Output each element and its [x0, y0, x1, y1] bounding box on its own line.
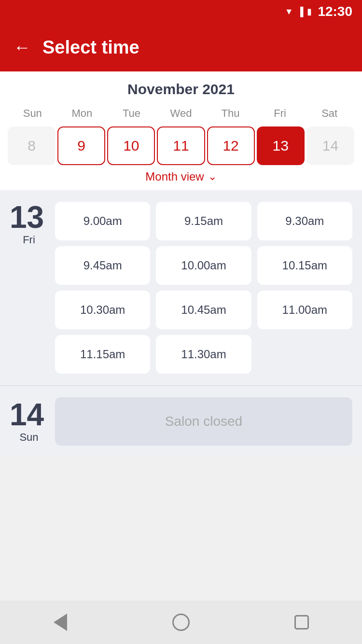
cal-day-8[interactable]: 8	[8, 126, 56, 165]
weekday-wed: Wed	[156, 105, 206, 122]
time-slot-915am[interactable]: 9.15am	[156, 202, 251, 240]
home-nav-icon	[172, 614, 190, 631]
time-slot-1130am[interactable]: 11.30am	[156, 335, 251, 374]
bottom-nav	[0, 601, 362, 644]
time-slot-1030am[interactable]: 10.30am	[55, 291, 150, 329]
time-slot-1100am[interactable]: 11.00am	[257, 291, 352, 329]
time-slot-930am[interactable]: 9.30am	[257, 202, 352, 240]
day-number-label-14: 14 Sun	[10, 399, 48, 444]
day-name-14: Sun	[10, 431, 48, 444]
page-title: Select time	[42, 37, 139, 58]
month-year-label: November 2021	[8, 81, 354, 98]
back-button[interactable]: ←	[14, 39, 31, 56]
calendar-section: November 2021 Sun Mon Tue Wed Thu Fri Sa…	[0, 71, 362, 190]
weekday-tue: Tue	[107, 105, 156, 122]
battery-icon: ▮	[307, 6, 312, 17]
app-header: ← Select time	[0, 23, 362, 71]
day-name-13: Fri	[10, 234, 48, 246]
day-section-14: 14 Sun Salon closed	[0, 385, 362, 457]
weekday-sun: Sun	[8, 105, 57, 122]
weekday-sat: Sat	[305, 105, 354, 122]
cal-day-14[interactable]: 14	[306, 126, 354, 165]
slots-container: 13 Fri 9.00am 9.15am 9.30am 9.45am 10.00…	[0, 190, 362, 457]
month-view-label: Month view	[145, 170, 204, 183]
time-slot-1045am[interactable]: 10.45am	[156, 291, 251, 329]
time-slot-1000am[interactable]: 10.00am	[156, 246, 251, 285]
day-number-13: 13	[10, 202, 48, 233]
weekday-fri: Fri	[255, 105, 305, 122]
cal-day-11[interactable]: 11	[157, 126, 205, 165]
month-view-toggle[interactable]: Month view ⌄	[8, 170, 354, 183]
day-section-13: 13 Fri 9.00am 9.15am 9.30am 9.45am 10.00…	[0, 190, 362, 385]
recent-nav-icon	[294, 615, 309, 630]
back-nav-icon	[54, 614, 67, 631]
time-slot-900am[interactable]: 9.00am	[55, 202, 150, 240]
nav-back-button[interactable]	[46, 608, 75, 637]
time-slot-1115am[interactable]: 11.15am	[55, 335, 150, 374]
cal-day-9[interactable]: 9	[57, 126, 105, 165]
weekdays-row: Sun Mon Tue Wed Thu Fri Sat	[8, 105, 354, 122]
time-slot-945am[interactable]: 9.45am	[55, 246, 150, 285]
slots-wrapper: 13 Fri 9.00am 9.15am 9.30am 9.45am 10.00…	[0, 190, 362, 457]
cal-day-12[interactable]: 12	[207, 126, 255, 165]
time-slot-1015am[interactable]: 10.15am	[257, 246, 352, 285]
weekday-mon: Mon	[57, 105, 107, 122]
cal-day-10[interactable]: 10	[107, 126, 155, 165]
weekday-thu: Thu	[206, 105, 255, 122]
calendar-row: 8 9 10 11 12 13 14	[8, 126, 354, 165]
wifi-icon: ▼	[285, 7, 293, 17]
status-icons: ▼ ▐ ▮	[285, 6, 312, 17]
time-slots-grid-13: 9.00am 9.15am 9.30am 9.45am 10.00am 10.1…	[55, 202, 352, 374]
salon-closed-label: Salon closed	[55, 397, 352, 446]
signal-icon: ▐	[297, 7, 304, 17]
nav-home-button[interactable]	[167, 608, 195, 637]
day-number-14: 14	[10, 399, 48, 430]
status-time: 12:30	[318, 4, 352, 19]
nav-recent-button[interactable]	[287, 608, 316, 637]
status-bar: ▼ ▐ ▮ 12:30	[0, 0, 362, 23]
chevron-down-icon: ⌄	[208, 170, 217, 183]
day-number-label-13: 13 Fri	[10, 202, 48, 246]
cal-day-13[interactable]: 13	[257, 126, 305, 165]
